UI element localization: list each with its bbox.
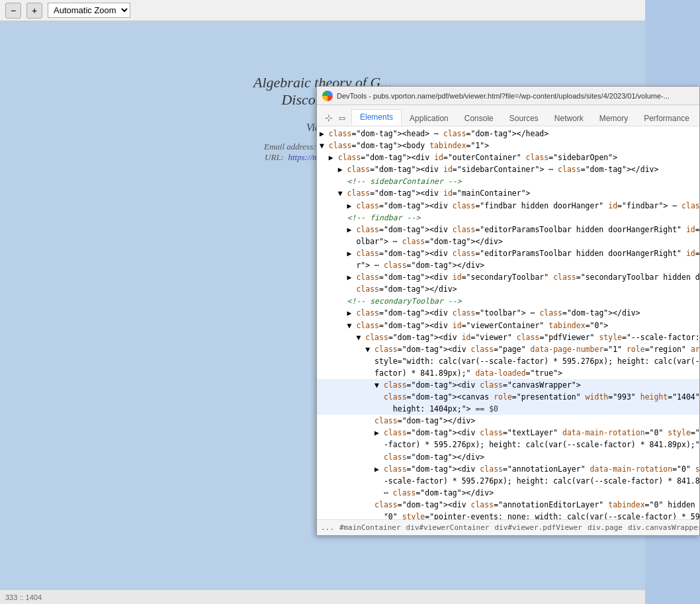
pdf-status-bar: 333 :: 1404 [0,589,645,604]
pdf-email-label: Email address: [264,142,316,151]
devtools-dom-tree: ▶ class="dom-tag"><head> ⋯ class="dom-ta… [317,126,699,519]
tab-console[interactable]: Console [457,111,502,126]
pdf-url-label: URL: [265,152,284,162]
tab-memory[interactable]: Memory [591,111,636,126]
dom-line[interactable]: ▶ class="dom-tag"><div class="findbar hi… [317,200,699,212]
dom-line[interactable]: ▶ class="dom-tag"><div id="sidebarContai… [317,163,699,175]
dom-line[interactable]: class="dom-tag"></div> [317,283,699,295]
dom-line[interactable]: r"> ⋯ class="dom-tag"></div> [317,259,699,271]
devtools-tabs-bar: ⊹ ▭ Elements Application Console Sources… [317,105,699,126]
devtools-breadcrumb: ... #mainContainer div#viewerContainer d… [317,519,699,535]
devtools-panel: DevTools - pubs.vporton.name/pdf/web/vie… [316,86,700,536]
pdf-toolbar: − + Automatic Zoom [0,0,645,21]
dom-line[interactable]: class="dom-tag"></div> [317,415,699,427]
tab-application[interactable]: Application [402,111,457,126]
cursor-icon[interactable]: ⊹ [324,112,334,123]
dom-line[interactable]: class="dom-tag"><div class="annotationEd… [317,499,699,511]
devtools-title: DevTools - pubs.vporton.name/pdf/web/vie… [337,92,694,100]
breadcrumb-item[interactable]: div#viewerContainer [406,523,490,532]
zoom-out-button[interactable]: − [5,3,21,19]
dom-line[interactable]: -scale-factor) * 595.276px); height: cal… [317,475,699,487]
dom-line[interactable]: ▼ class="dom-tag"><div id="viewer" class… [317,331,699,343]
devtools-titlebar: DevTools - pubs.vporton.name/pdf/web/vie… [317,87,699,105]
breadcrumb-item[interactable]: div.page [588,523,623,532]
dom-line[interactable]: class="dom-tag"></div> [317,451,699,463]
dom-line[interactable]: factor) * 841.89px);" data-loaded="true"… [317,367,699,379]
devtools-icon-buttons: ⊹ ▭ [320,110,351,126]
dom-line[interactable]: ▶ class="dom-tag"><div class="toolbar"> … [317,307,699,319]
tab-elements[interactable]: Elements [351,109,402,126]
dom-line[interactable]: height: 1404px;"> == $0 [317,403,699,415]
zoom-in-button[interactable]: + [26,3,42,19]
tab-performance[interactable]: Performance [636,111,697,126]
dom-line[interactable]: ▶ class="dom-tag"><div class="editorPara… [317,247,699,259]
dom-line[interactable]: ▼ class="dom-tag"><div id="viewerContain… [317,320,699,331]
device-icon[interactable]: ▭ [337,112,347,123]
dom-line[interactable]: ▶ class="dom-tag"><div class="annotation… [317,463,699,475]
dom-line[interactable]: ▶ class="dom-tag"><div id="outerContaine… [317,151,699,163]
tab-sources[interactable]: Sources [502,111,547,126]
dom-line[interactable]: class="dom-tag"><canvas role="presentati… [317,391,699,403]
dom-line[interactable]: <!-- sidebarContainer --> [317,175,699,187]
breadcrumb-item[interactable]: ... [321,523,334,532]
dom-line[interactable]: ▶ class="dom-tag"><div class="editorPara… [317,224,699,236]
chrome-logo-icon [322,91,333,101]
zoom-select[interactable]: Automatic Zoom [48,3,130,18]
dom-line[interactable]: olbar"> ⋯ class="dom-tag"></div> [317,236,699,247]
dom-line[interactable]: ▼ class="dom-tag"><body tabindex="1"> [317,140,699,151]
pdf-status-text: 333 :: 1404 [5,593,42,601]
dom-line[interactable]: -factor) * 595.276px); height: calc(var(… [317,439,699,451]
dom-line[interactable]: ▶ class="dom-tag"><div id="secondaryTool… [317,271,699,283]
dom-line[interactable]: <!-- findbar --> [317,212,699,224]
breadcrumb-item[interactable]: div#viewer.pdfViewer [494,523,582,532]
dom-line[interactable]: style="width: calc(var(--scale-factor) *… [317,355,699,367]
dom-line[interactable]: ▼ class="dom-tag"><div class="canvasWrap… [317,379,699,391]
breadcrumb-item[interactable]: div.canvasWrapper [628,523,699,532]
dom-line[interactable]: <!-- secondaryToolbar --> [317,295,699,307]
breadcrumb-item[interactable]: #mainContainer [339,523,401,532]
dom-line[interactable]: ▶ class="dom-tag"><div class="textLayer"… [317,427,699,439]
dom-line[interactable]: "0" style="pointer-events: none; width: … [317,511,699,519]
dom-line[interactable]: ▶ class="dom-tag"><head> ⋯ class="dom-ta… [317,128,699,140]
tab-network[interactable]: Network [547,111,591,126]
dom-line[interactable]: ▼ class="dom-tag"><div id="mainContainer… [317,187,699,199]
dom-line[interactable]: ▼ class="dom-tag"><div class="page" data… [317,343,699,355]
dom-line[interactable]: ⋯ class="dom-tag"></div> [317,487,699,499]
